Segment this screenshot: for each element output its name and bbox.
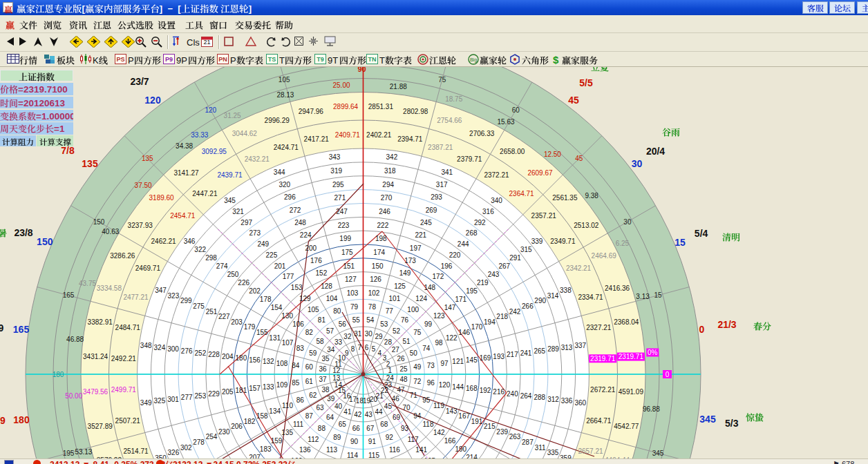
svg-text:109: 109 [276,381,288,389]
svg-text:63: 63 [316,404,324,412]
svg-text:227: 227 [218,313,230,320]
svg-text:223: 223 [338,222,350,229]
svg-text:263: 263 [509,433,521,441]
svg-text:288: 288 [534,394,545,401]
svg-text:47: 47 [397,386,405,394]
svg-text:220: 220 [449,251,461,259]
svg-text:2706.33: 2706.33 [469,130,495,137]
svg-text:323: 323 [168,292,180,300]
svg-text:321: 321 [232,208,244,215]
svg-text:229: 229 [208,390,220,398]
svg-text:3479.56: 3479.56 [83,388,108,396]
svg-text:49: 49 [413,363,422,371]
svg-text:114: 114 [347,452,358,458]
svg-text:336: 336 [561,397,573,405]
svg-text:360: 360 [574,399,586,407]
svg-text:179: 179 [244,323,256,331]
svg-text:337: 337 [574,342,586,349]
svg-text:43: 43 [365,411,373,418]
svg-text:15: 15 [674,237,686,248]
svg-text:100: 100 [407,306,419,313]
svg-text:TS: TS [268,56,276,63]
svg-text:2387.21: 2387.21 [428,144,453,151]
svg-text:2664.71: 2664.71 [586,417,612,425]
svg-text:215: 215 [484,423,496,430]
svg-text:68: 68 [380,420,388,428]
svg-text:2672.21: 2672.21 [590,386,616,394]
svg-text:2349.71: 2349.71 [550,238,576,245]
svg-text:155: 155 [256,329,268,336]
svg-text:150: 150 [93,218,105,226]
svg-text:23/8: 23/8 [14,227,32,238]
svg-text:53.13: 53.13 [75,448,92,456]
svg-text:28.13: 28.13 [276,91,294,99]
svg-text:55: 55 [352,316,361,324]
svg-text:253: 253 [195,392,207,400]
svg-text:2368.04: 2368.04 [614,318,639,326]
svg-text:90: 90 [350,438,359,445]
svg-text:119: 119 [433,402,444,409]
svg-text:92: 92 [386,434,394,441]
svg-text:21: 21 [203,39,210,46]
svg-text:3: 3 [383,354,387,362]
svg-text:344: 344 [274,168,285,176]
svg-text:3431.24: 3431.24 [83,353,108,360]
svg-text:2513.02: 2513.02 [574,222,599,229]
svg-text:157: 157 [249,385,261,392]
svg-text:274: 274 [216,262,228,270]
svg-text:PN: PN [218,56,227,63]
svg-text:2754.66: 2754.66 [437,117,462,124]
svg-text:287: 287 [522,438,534,446]
svg-text:3.13: 3.13 [636,293,650,300]
svg-text:104: 104 [326,295,338,302]
svg-text:101: 101 [389,295,401,302]
svg-text:5/5: 5/5 [579,77,593,88]
svg-text:249: 249 [257,240,269,248]
svg-text:196: 196 [441,262,453,270]
svg-text:348: 348 [140,342,152,349]
svg-text:2561.35: 2561.35 [552,194,578,202]
svg-text:118: 118 [423,420,434,428]
svg-text:38: 38 [321,386,330,394]
svg-text:345: 345 [652,450,664,457]
svg-text:299: 299 [180,297,192,304]
svg-text:45: 45 [575,155,583,162]
svg-text:180: 180 [53,371,64,378]
svg-text:105: 105 [308,306,319,313]
svg-text:174: 174 [373,249,385,256]
svg-text:53: 53 [380,320,388,328]
svg-text:56: 56 [339,320,347,328]
svg-text:77: 77 [386,307,394,315]
svg-text:52: 52 [393,327,401,335]
svg-text:23: 23 [384,381,393,389]
svg-text:349: 349 [140,399,152,407]
svg-text:266: 266 [522,302,534,310]
svg-text:2499.71: 2499.71 [111,386,137,394]
svg-text:66: 66 [352,425,361,432]
svg-text:165: 165 [13,324,30,335]
svg-text:86: 86 [296,396,305,404]
svg-text:269: 269 [426,206,437,214]
svg-text:111: 111 [293,420,304,428]
svg-text:2462.21: 2462.21 [151,238,177,245]
svg-text:2851.31: 2851.31 [368,103,394,110]
svg-text:346: 346 [184,238,196,245]
svg-text:143: 143 [446,407,457,415]
svg-text:270: 270 [381,194,393,202]
svg-text:133: 133 [263,383,274,391]
svg-text:134: 134 [269,407,281,415]
svg-text:156: 156 [249,356,261,364]
svg-text:264: 264 [520,392,532,400]
svg-text:96.88: 96.88 [643,405,660,413]
svg-text:152: 152 [316,269,328,277]
svg-text:67: 67 [366,425,375,432]
svg-text:2464.69: 2464.69 [592,252,617,260]
svg-text:78: 78 [368,303,377,311]
svg-text:338: 338 [560,287,572,294]
svg-text:165: 165 [63,291,75,299]
svg-text:T9: T9 [317,56,324,63]
svg-text:135: 135 [281,429,293,436]
svg-text:75: 75 [438,76,446,84]
svg-text:108: 108 [276,360,288,367]
svg-text:87: 87 [305,412,314,420]
